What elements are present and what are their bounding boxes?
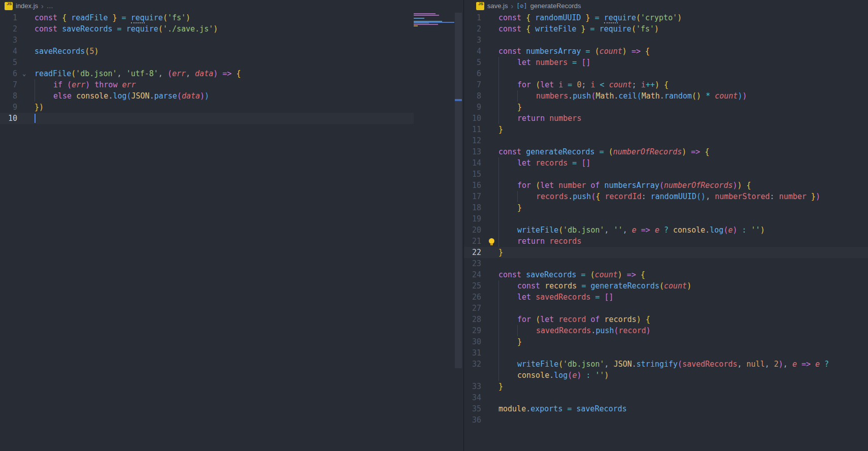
code-text[interactable]: const { randomUUID } = require('crypto'): [498, 12, 868, 23]
code-line-4[interactable]: 4saveRecords(5): [0, 46, 414, 57]
code-line-10[interactable]: 10return numbers: [464, 113, 868, 124]
line-number[interactable]: 26: [464, 292, 498, 303]
line-number[interactable]: 6: [0, 68, 35, 79]
line-number[interactable]: 12: [464, 135, 498, 146]
code-text[interactable]: let numbers = []: [498, 57, 868, 68]
code-line-22[interactable]: 22}: [464, 247, 868, 258]
code-line-35[interactable]: 35module.exports = saveRecords: [464, 403, 868, 414]
fold-chevron-down-icon[interactable]: ⌄: [22, 68, 26, 79]
line-number[interactable]: 2: [464, 23, 498, 35]
line-number[interactable]: 31: [464, 347, 498, 359]
code-line-25[interactable]: 25const records = generateRecords(count): [464, 280, 868, 292]
code-line-9[interactable]: 9}: [464, 102, 868, 113]
code-text[interactable]: }: [498, 102, 868, 113]
code-text[interactable]: writeFile('db.json', '', e => e ? consol…: [498, 224, 868, 236]
code-text[interactable]: [498, 213, 868, 224]
code-text[interactable]: module.exports = saveRecords: [498, 403, 868, 414]
line-number[interactable]: 6: [464, 68, 498, 79]
code-text[interactable]: const generateRecords = (numberOfRecords…: [498, 146, 868, 157]
code-line-2[interactable]: 2const saveRecords = require('./save.js'…: [0, 23, 414, 35]
code-line-8[interactable]: 8numbers.push(Math.ceil(Math.random() * …: [464, 90, 868, 102]
line-number[interactable]: 1: [0, 12, 35, 23]
breadcrumb-file-name[interactable]: index.js: [16, 1, 38, 12]
code-text[interactable]: for (let i = 0; i < count; i++) {: [498, 79, 868, 90]
code-text[interactable]: }): [35, 102, 414, 113]
code-line-3[interactable]: 3: [0, 35, 414, 46]
code-line-34[interactable]: 34: [464, 392, 868, 403]
line-number[interactable]: 22: [464, 247, 498, 258]
code-text[interactable]: console.log(e) : ''): [498, 370, 868, 381]
line-number[interactable]: 8: [0, 90, 35, 102]
code-line-28[interactable]: 28for (let record of records) {: [464, 314, 868, 325]
line-number[interactable]: 10: [464, 113, 498, 124]
code-line-19[interactable]: 19: [464, 213, 868, 224]
code-text[interactable]: readFile('db.json', 'utf-8', (err, data)…: [35, 68, 414, 79]
line-number[interactable]: 9: [464, 102, 498, 113]
code-text[interactable]: if (err) throw err: [35, 79, 414, 90]
code-text[interactable]: }: [498, 202, 868, 213]
code-line-16[interactable]: 16for (let number of numbersArray(number…: [464, 180, 868, 191]
line-number[interactable]: 29: [464, 325, 498, 336]
line-number[interactable]: 7: [464, 79, 498, 90]
line-number[interactable]: 17: [464, 191, 498, 202]
code-line-24[interactable]: 24const saveRecords = (count) => {: [464, 269, 868, 280]
line-number[interactable]: 35: [464, 403, 498, 414]
code-line-13[interactable]: 13const generateRecords = (numberOfRecor…: [464, 146, 868, 157]
code-line-wrap[interactable]: console.log(e) : ''): [464, 370, 868, 381]
code-text[interactable]: [498, 347, 868, 359]
code-line-23[interactable]: 23: [464, 258, 868, 269]
code-text[interactable]: saveRecords(5): [35, 46, 414, 57]
line-number[interactable]: 25: [464, 280, 498, 292]
line-number[interactable]: 5: [464, 57, 498, 68]
code-line-30[interactable]: 30}: [464, 336, 868, 347]
line-number[interactable]: 32: [464, 359, 498, 370]
line-number[interactable]: 28: [464, 314, 498, 325]
code-text[interactable]: }: [498, 381, 868, 392]
line-number[interactable]: 18: [464, 202, 498, 213]
line-number[interactable]: 15: [464, 169, 498, 180]
line-number[interactable]: 3: [0, 35, 35, 46]
code-line-7[interactable]: 7if (err) throw err: [0, 79, 414, 90]
line-number[interactable]: 11: [464, 124, 498, 135]
line-number[interactable]: 33: [464, 381, 498, 392]
code-text[interactable]: [498, 414, 868, 426]
code-area-right[interactable]: 1const { randomUUID } = require('crypto'…: [464, 12, 868, 426]
code-text[interactable]: savedRecords.push(record): [498, 325, 868, 336]
code-line-32[interactable]: 32writeFile('db.json', JSON.stringify(sa…: [464, 359, 868, 370]
code-line-11[interactable]: 11}: [464, 124, 868, 135]
code-text[interactable]: writeFile('db.json', JSON.stringify(save…: [498, 359, 868, 370]
code-line-29[interactable]: 29savedRecords.push(record): [464, 325, 868, 336]
code-line-26[interactable]: 26let savedRecords = []: [464, 292, 868, 303]
code-line-5[interactable]: 5let numbers = []: [464, 57, 868, 68]
breadcrumb-left[interactable]: JS index.js › …: [0, 0, 463, 12]
code-line-4[interactable]: 4const numbersArray = (count) => {: [464, 46, 868, 57]
breadcrumb-symbol-name[interactable]: generateRecords: [530, 1, 581, 12]
line-number[interactable]: 24: [464, 269, 498, 280]
code-line-8[interactable]: 8else console.log(JSON.parse(data)): [0, 90, 414, 102]
code-line-2[interactable]: 2const { writeFile } = require('fs'): [464, 23, 868, 35]
code-line-6[interactable]: 6: [464, 68, 868, 79]
code-text[interactable]: const numbersArray = (count) => {: [498, 46, 868, 57]
code-line-27[interactable]: 27: [464, 303, 868, 314]
line-number[interactable]: 7: [0, 79, 35, 90]
code-text[interactable]: }: [498, 247, 868, 258]
code-text[interactable]: for (let number of numbersArray(numberOf…: [498, 180, 868, 191]
code-text[interactable]: }: [498, 336, 868, 347]
code-line-15[interactable]: 15: [464, 169, 868, 180]
line-number[interactable]: 4: [464, 46, 498, 57]
line-number[interactable]: 19: [464, 213, 498, 224]
line-number[interactable]: 36: [464, 414, 498, 426]
code-text[interactable]: let records = []: [498, 157, 868, 169]
line-number[interactable]: 13: [464, 146, 498, 157]
code-text[interactable]: [35, 57, 414, 68]
line-number[interactable]: 8: [464, 90, 498, 102]
code-area-left[interactable]: 1const { readFile } = require('fs')2cons…: [0, 12, 414, 124]
line-number[interactable]: 2: [0, 23, 35, 35]
line-number[interactable]: 23: [464, 258, 498, 269]
code-text[interactable]: for (let record of records) {: [498, 314, 868, 325]
line-number[interactable]: 1: [464, 12, 498, 23]
code-line-1[interactable]: 1const { readFile } = require('fs'): [0, 12, 414, 23]
code-text[interactable]: [35, 35, 414, 46]
code-text[interactable]: const { writeFile } = require('fs'): [498, 23, 868, 35]
line-number[interactable]: 14: [464, 157, 498, 169]
